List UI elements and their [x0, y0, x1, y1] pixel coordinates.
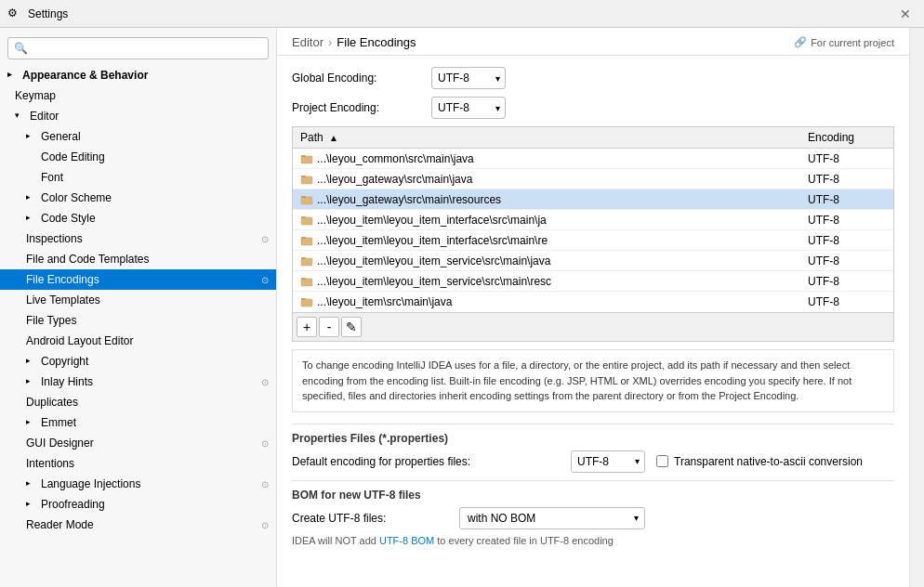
sidebar-item-code-editing[interactable]: Code Editing [0, 147, 276, 167]
svg-rect-9 [301, 237, 306, 239]
sidebar-item-label: File Types [26, 314, 76, 327]
table-row[interactable]: ...\leyou_item\leyou_item_service\src\ma… [293, 271, 893, 292]
svg-rect-6 [301, 217, 312, 225]
path-value: ...\leyou_item\leyou_item_interface\src\… [317, 214, 547, 227]
sidebar-item-file-encodings[interactable]: File Encodings⊙ [0, 269, 276, 290]
encoding-cell: UTF-8 [800, 293, 893, 311]
chevron-icon: ▸ [26, 356, 37, 367]
path-cell: ...\leyou_item\leyou_item_interface\src\… [293, 231, 800, 250]
path-cell: ...\leyou_item\leyou_item_interface\src\… [293, 211, 800, 229]
sidebar-items: ▸Appearance & BehaviorKeymap▾Editor▸Gene… [0, 65, 276, 535]
svg-rect-8 [301, 238, 312, 245]
breadcrumb-parent: Editor [292, 35, 323, 49]
sidebar-item-label: Inspections [26, 232, 83, 245]
path-cell: ...\leyou_gateway\src\main\resources [293, 190, 800, 209]
properties-encoding-dropdown[interactable]: UTF-8 [571, 450, 645, 473]
search-input[interactable] [7, 37, 269, 59]
sidebar-item-duplicates[interactable]: Duplicates [0, 392, 276, 412]
properties-encoding-row: Default encoding for properties files: U… [292, 450, 894, 473]
chevron-icon: ▸ [26, 192, 37, 203]
sidebar-item-intentions[interactable]: Intentions [0, 453, 276, 474]
sidebar-item-appearance-behavior[interactable]: ▸Appearance & Behavior [0, 65, 276, 85]
table-header: Path ▲ Encoding [293, 127, 893, 149]
sidebar-item-label: GUI Designer [26, 437, 94, 450]
content-body: Global Encoding: UTF-8 Project Encoding:… [277, 56, 909, 587]
sidebar-item-inspections[interactable]: Inspections⊙ [0, 228, 276, 249]
folder-icon [300, 295, 313, 308]
folder-icon [300, 234, 313, 247]
path-cell: ...\leyou_gateway\src\main\java [293, 170, 800, 189]
sidebar-item-copyright[interactable]: ▸Copyright [0, 351, 276, 372]
table-rows: ...\leyou_common\src\main\java UTF-8 ...… [293, 149, 893, 312]
project-encoding-row: Project Encoding: UTF-8 [292, 97, 894, 119]
sidebar-item-live-templates[interactable]: Live Templates [0, 290, 276, 310]
sort-arrow: ▲ [329, 133, 338, 143]
path-cell: ...\leyou_item\leyou_item_service\src\ma… [293, 252, 800, 270]
settings-icon: ⊙ [261, 377, 269, 387]
table-row[interactable]: ...\leyou_item\leyou_item_interface\src\… [293, 210, 893, 230]
svg-rect-0 [301, 156, 312, 163]
table-row[interactable]: ...\leyou_item\src\main\java UTF-8 [293, 292, 893, 312]
close-button[interactable]: ✕ [894, 5, 917, 23]
svg-rect-12 [301, 279, 312, 286]
sidebar-item-proofreading[interactable]: ▸Proofreading [0, 494, 276, 515]
sidebar-item-font[interactable]: Font [0, 167, 276, 188]
path-value: ...\leyou_item\leyou_item_service\src\ma… [317, 254, 550, 267]
sidebar-item-android-layout-editor[interactable]: Android Layout Editor [0, 331, 276, 351]
sidebar-item-keymap[interactable]: Keymap [0, 85, 276, 106]
settings-icon: ⊙ [261, 479, 269, 489]
encoding-cell: UTF-8 [800, 252, 893, 270]
svg-rect-13 [301, 278, 306, 280]
sidebar-item-label: Font [41, 171, 63, 184]
table-row[interactable]: ...\leyou_item\leyou_item_service\src\ma… [293, 251, 893, 271]
project-encoding-dropdown[interactable]: UTF-8 [431, 97, 506, 119]
add-path-button[interactable]: + [297, 317, 317, 337]
sidebar-item-emmet[interactable]: ▸Emmet [0, 412, 276, 433]
sidebar-item-label: Live Templates [26, 294, 100, 307]
breadcrumb-separator: › [328, 35, 332, 49]
settings-icon: ⊙ [261, 275, 269, 285]
settings-icon: ⊙ [261, 520, 269, 530]
folder-icon [300, 275, 313, 288]
global-encoding-row: Global Encoding: UTF-8 [292, 67, 894, 89]
transparent-conversion-checkbox[interactable] [656, 455, 668, 467]
sidebar-item-color-scheme[interactable]: ▸Color Scheme [0, 188, 276, 208]
bom-create-dropdown[interactable]: with NO BOM [459, 507, 645, 529]
table-row[interactable]: ...\leyou_gateway\src\main\java UTF-8 [293, 169, 893, 189]
path-value: ...\leyou_gateway\src\main\resources [317, 193, 501, 206]
title-bar: ⚙ Settings ✕ [0, 0, 924, 28]
encoding-cell: UTF-8 [800, 272, 893, 291]
sidebar-item-code-style[interactable]: ▸Code Style [0, 208, 276, 228]
table-row[interactable]: ...\leyou_item\leyou_item_interface\src\… [293, 230, 893, 251]
sidebar-item-file-types[interactable]: File Types [0, 310, 276, 331]
settings-icon: ⊙ [261, 438, 269, 449]
window-title: Settings [28, 7, 894, 20]
utf8-bom-link[interactable]: UTF-8 BOM [379, 535, 434, 546]
sidebar-item-gui-designer[interactable]: GUI Designer⊙ [0, 433, 276, 453]
transparent-conversion-label: Transparent native-to-ascii conversion [674, 455, 863, 468]
sidebar-item-inlay-hints[interactable]: ▸Inlay Hints⊙ [0, 372, 276, 392]
project-encoding-label: Project Encoding: [292, 101, 431, 114]
path-value: ...\leyou_gateway\src\main\java [317, 173, 472, 186]
edit-path-button[interactable]: ✎ [341, 317, 362, 337]
chevron-icon: ▸ [26, 213, 37, 224]
svg-rect-10 [301, 258, 312, 266]
global-encoding-dropdown[interactable]: UTF-8 [431, 67, 506, 89]
path-value: ...\leyou_item\src\main\java [317, 295, 452, 308]
sidebar-item-reader-mode[interactable]: Reader Mode⊙ [0, 515, 276, 535]
sidebar-item-general[interactable]: ▸General [0, 126, 276, 147]
svg-rect-7 [301, 216, 306, 218]
sidebar-item-label: File and Code Templates [26, 253, 150, 266]
sidebar-item-editor[interactable]: ▾Editor [0, 106, 276, 126]
svg-rect-15 [301, 298, 306, 300]
bom-create-label: Create UTF-8 files: [292, 512, 459, 525]
sidebar-item-file-code-templates[interactable]: File and Code Templates [0, 249, 276, 269]
table-row[interactable]: ...\leyou_gateway\src\main\resources UTF… [293, 189, 893, 210]
path-value: ...\leyou_common\src\main\java [317, 152, 474, 165]
remove-path-button[interactable]: - [319, 317, 339, 337]
sidebar-item-label: Keymap [15, 89, 56, 102]
table-row[interactable]: ...\leyou_common\src\main\java UTF-8 [293, 149, 893, 169]
chevron-icon: ▾ [15, 111, 26, 122]
table-toolbar: + - ✎ [293, 312, 893, 341]
sidebar-item-language-injections[interactable]: ▸Language Injections⊙ [0, 474, 276, 494]
